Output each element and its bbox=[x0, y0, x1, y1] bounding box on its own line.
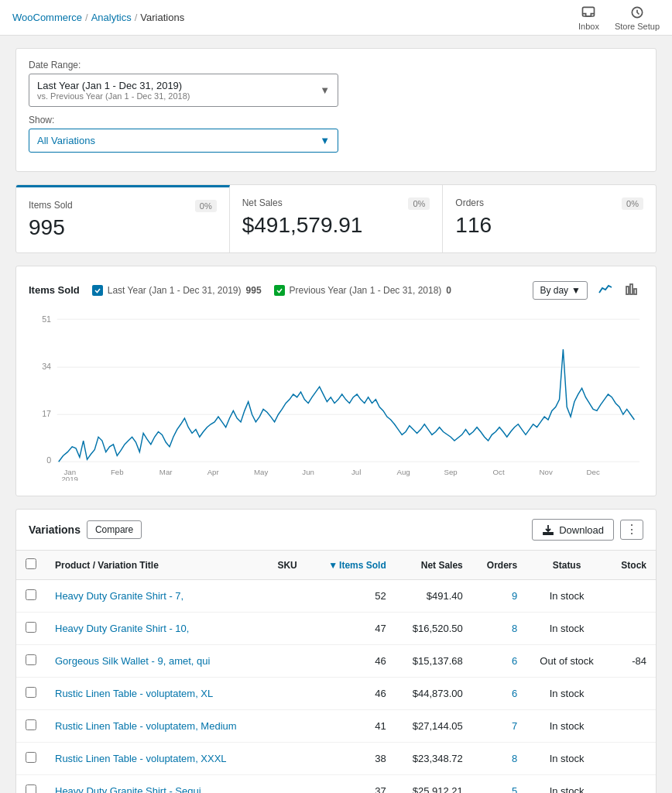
variations-table: Product / Variation Title SKU ▼Items Sol… bbox=[16, 551, 656, 793]
download-label: Download bbox=[559, 524, 604, 536]
legend-check-green bbox=[274, 285, 285, 296]
date-range-select[interactable]: Last Year (Jan 1 - Dec 31, 2019) vs. Pre… bbox=[29, 74, 338, 107]
header-sku[interactable]: SKU bbox=[268, 551, 310, 580]
row-items-sold: 38 bbox=[310, 743, 396, 775]
row-checkbox-2[interactable] bbox=[26, 654, 36, 665]
header-net-sales[interactable]: Net Sales bbox=[396, 551, 472, 580]
inbox-label: Inbox bbox=[578, 22, 599, 31]
row-checkbox-3[interactable] bbox=[26, 687, 36, 698]
stat-net-sales-value: $491,579.91 bbox=[242, 213, 430, 238]
row-net-sales: $25,912.21 bbox=[396, 775, 472, 794]
row-product: Rustic Linen Table - voluptatem, XXXL bbox=[46, 743, 268, 775]
order-link-2[interactable]: 6 bbox=[512, 655, 517, 667]
row-net-sales: $15,137.68 bbox=[396, 645, 472, 678]
svg-text:Oct: Oct bbox=[493, 468, 505, 476]
header-orders[interactable]: Orders bbox=[472, 551, 526, 580]
svg-text:Jun: Jun bbox=[302, 468, 314, 476]
chart-legend-prev-year-value: 0 bbox=[446, 285, 451, 296]
table-header-row: Product / Variation Title SKU ▼Items Sol… bbox=[16, 551, 656, 580]
store-setup-label: Store Setup bbox=[615, 22, 660, 31]
period-chevron-icon: ▼ bbox=[571, 285, 581, 296]
svg-text:Apr: Apr bbox=[207, 468, 220, 476]
stat-net-sales-label: Net Sales bbox=[242, 197, 430, 208]
svg-text:Jul: Jul bbox=[351, 468, 361, 476]
table-row: Heavy Duty Granite Shirt - 7, 52 $491.40… bbox=[16, 580, 656, 613]
row-sku bbox=[268, 710, 310, 743]
table-section: Variations Compare Download ⋮ Product bbox=[15, 509, 657, 793]
show-label: Show: bbox=[29, 115, 643, 125]
order-link-6[interactable]: 5 bbox=[512, 785, 517, 793]
row-items-sold: 37 bbox=[310, 775, 396, 794]
order-link-4[interactable]: 7 bbox=[512, 720, 517, 732]
row-checkbox-6[interactable] bbox=[26, 784, 36, 793]
order-link-1[interactable]: 8 bbox=[512, 623, 517, 634]
stat-items-sold-badge: 0% bbox=[195, 200, 217, 212]
chart-legend-last-year-value: 995 bbox=[246, 285, 262, 296]
inbox-action[interactable]: Inbox bbox=[578, 5, 599, 31]
row-status: In stock bbox=[526, 775, 607, 794]
product-link-2[interactable]: Gorgeous Silk Wallet - 9, amet, qui bbox=[55, 655, 210, 667]
bar-chart-btn[interactable] bbox=[620, 279, 643, 301]
row-net-sales: $491.40 bbox=[396, 580, 472, 613]
date-range-sub: vs. Previous Year (Jan 1 - Dec 31, 2018) bbox=[37, 91, 190, 101]
date-range-row: Date Range: Last Year (Jan 1 - Dec 31, 2… bbox=[29, 60, 643, 107]
order-link-5[interactable]: 8 bbox=[512, 753, 517, 764]
date-range-select-text: Last Year (Jan 1 - Dec 31, 2019) vs. Pre… bbox=[37, 80, 190, 101]
product-link-5[interactable]: Rustic Linen Table - voluptatem, XXXL bbox=[55, 753, 227, 764]
header-stock[interactable]: Stock bbox=[607, 551, 656, 580]
product-link-4[interactable]: Rustic Linen Table - voluptatem, Medium bbox=[55, 720, 237, 732]
row-product: Rustic Linen Table - voluptatem, XL bbox=[46, 678, 268, 710]
compare-button[interactable]: Compare bbox=[87, 520, 142, 539]
breadcrumb-woocommerce[interactable]: WooCommerce bbox=[12, 12, 82, 23]
row-checkbox-1[interactable] bbox=[26, 622, 36, 633]
svg-rect-0 bbox=[583, 7, 595, 16]
stat-orders-value: 116 bbox=[455, 213, 643, 238]
product-link-6[interactable]: Heavy Duty Granite Shirt - Sequi, bbox=[55, 785, 204, 793]
row-product: Rustic Linen Table - voluptatem, Medium bbox=[46, 710, 268, 743]
stat-orders-badge: 0% bbox=[622, 197, 643, 210]
row-checkbox-5[interactable] bbox=[26, 752, 36, 763]
svg-text:17: 17 bbox=[42, 409, 51, 418]
row-stock bbox=[607, 678, 656, 710]
show-select[interactable]: All Variations ▼ bbox=[29, 129, 338, 153]
row-status: In stock bbox=[526, 580, 607, 613]
select-all-checkbox[interactable] bbox=[26, 558, 36, 569]
table-row: Rustic Linen Table - voluptatem, XXXL 38… bbox=[16, 743, 656, 775]
header-status[interactable]: Status bbox=[526, 551, 607, 580]
product-link-3[interactable]: Rustic Linen Table - voluptatem, XL bbox=[55, 688, 213, 699]
line-chart-btn[interactable] bbox=[594, 279, 617, 301]
breadcrumb-analytics[interactable]: Analytics bbox=[91, 12, 132, 23]
download-button[interactable]: Download bbox=[532, 519, 614, 541]
stat-net-sales-badge: 0% bbox=[408, 197, 430, 210]
row-items-sold: 41 bbox=[310, 710, 396, 743]
row-checkbox-4[interactable] bbox=[26, 719, 36, 730]
order-link-3[interactable]: 6 bbox=[512, 688, 517, 699]
header-items-sold[interactable]: ▼Items Sold bbox=[310, 551, 396, 580]
stat-net-sales[interactable]: Net Sales $491,579.91 0% bbox=[230, 185, 444, 252]
stat-items-sold-value: 995 bbox=[29, 215, 217, 240]
chart-header: Items Sold Last Year (Jan 1 - Dec 31, 20… bbox=[29, 279, 643, 301]
row-checkbox-cell bbox=[16, 645, 46, 678]
row-checkbox-0[interactable] bbox=[26, 589, 36, 600]
order-link-0[interactable]: 9 bbox=[512, 590, 517, 602]
row-items-sold: 46 bbox=[310, 645, 396, 678]
product-link-1[interactable]: Heavy Duty Granite Shirt - 10, bbox=[55, 623, 189, 634]
svg-rect-2 bbox=[626, 287, 629, 294]
product-link-0[interactable]: Heavy Duty Granite Shirt - 7, bbox=[55, 590, 183, 602]
row-checkbox-cell bbox=[16, 710, 46, 743]
show-row: Show: All Variations ▼ bbox=[29, 115, 643, 153]
stat-orders[interactable]: Orders 116 0% bbox=[443, 185, 656, 252]
svg-text:Sep: Sep bbox=[444, 468, 458, 476]
chart-legend-last-year-label: Last Year (Jan 1 - Dec 31, 2019) bbox=[108, 285, 242, 296]
topbar: WooCommerce / Analytics / Variations Inb… bbox=[0, 0, 672, 36]
more-options-button[interactable]: ⋮ bbox=[620, 520, 643, 540]
row-stock bbox=[607, 710, 656, 743]
period-select[interactable]: By day ▼ bbox=[533, 281, 588, 300]
stat-items-sold[interactable]: Items Sold 995 0% bbox=[16, 185, 230, 252]
svg-text:51: 51 bbox=[42, 314, 51, 324]
row-items-sold: 52 bbox=[310, 580, 396, 613]
store-setup-action[interactable]: Store Setup bbox=[615, 5, 660, 31]
header-product[interactable]: Product / Variation Title bbox=[46, 551, 268, 580]
date-range-label: Date Range: bbox=[29, 60, 643, 70]
row-status: In stock bbox=[526, 743, 607, 775]
